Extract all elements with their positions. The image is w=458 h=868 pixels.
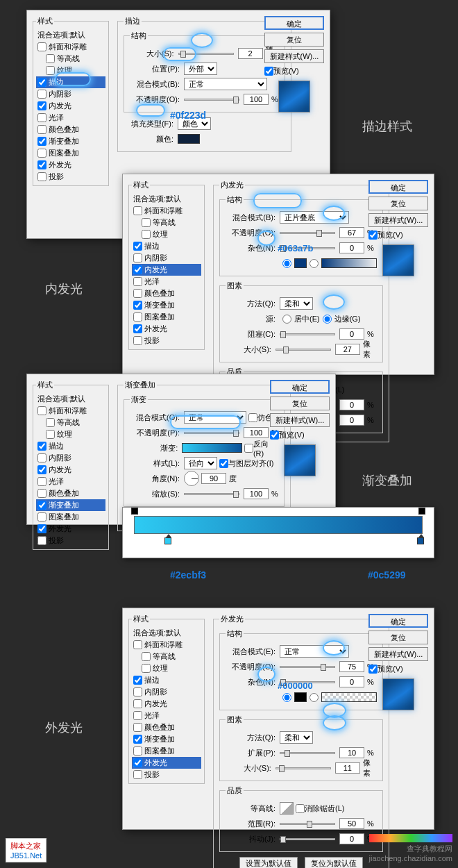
new-style-button[interactable]: 新建样式(W)...: [264, 49, 324, 63]
glow-color-swatch[interactable]: [294, 258, 307, 268]
technique-select[interactable]: 柔和: [280, 297, 313, 310]
contour-picker[interactable]: [280, 802, 294, 815]
position-select[interactable]: 外部: [184, 62, 217, 75]
style-satin[interactable]: 光泽: [36, 112, 105, 124]
opacity-input[interactable]: [339, 227, 364, 238]
opacity-input[interactable]: [339, 661, 364, 672]
opacity-slider[interactable]: [280, 666, 335, 668]
reset-button[interactable]: 复位: [264, 33, 324, 47]
blend-select[interactable]: 正片叠底: [280, 211, 349, 224]
source-edge-radio[interactable]: [323, 315, 332, 324]
checkbox-bevel[interactable]: [37, 42, 46, 51]
choke-slider[interactable]: [280, 333, 335, 335]
style-contour[interactable]: 等高线: [36, 53, 105, 65]
style-inner-glow[interactable]: 内发光: [132, 264, 201, 276]
spread-input[interactable]: [339, 747, 364, 758]
style-select[interactable]: 径向: [184, 457, 217, 469]
new-style-button[interactable]: 新建样式(W)...: [368, 647, 428, 661]
checkbox-inner-shadow[interactable]: [37, 90, 46, 99]
scale-input[interactable]: [244, 488, 269, 499]
size-input[interactable]: [238, 48, 263, 59]
reset-button[interactable]: 复位: [368, 631, 428, 644]
color-radio[interactable]: [282, 693, 291, 702]
ok-button[interactable]: 确定: [270, 380, 330, 394]
new-style-button[interactable]: 新建样式(W)...: [270, 413, 330, 427]
opacity-slider[interactable]: [184, 99, 239, 101]
reset-default-button[interactable]: 复位为默认值: [305, 857, 363, 868]
blend-select[interactable]: 正常: [184, 411, 246, 424]
jitter-input[interactable]: [339, 415, 364, 426]
reset-button[interactable]: 复位: [270, 397, 330, 410]
gradient-radio[interactable]: [309, 259, 319, 268]
style-grad-overlay[interactable]: 渐变叠加: [36, 135, 105, 147]
blending-default[interactable]: 混合选项:默认: [36, 29, 105, 41]
range-input[interactable]: [339, 818, 364, 829]
style-pattern-overlay[interactable]: 图案叠加: [36, 147, 105, 159]
dither-checkbox[interactable]: [248, 413, 257, 422]
opacity-slider[interactable]: [280, 232, 335, 234]
ok-button[interactable]: 确定: [368, 180, 428, 194]
checkbox-outer-glow[interactable]: [37, 160, 46, 169]
opacity-stop-right[interactable]: [418, 508, 425, 515]
preview-checkbox[interactable]: [264, 67, 273, 76]
range-input[interactable]: [339, 399, 364, 410]
new-style-button[interactable]: 新建样式(W)...: [368, 213, 428, 227]
style-bevel[interactable]: 斜面和浮雕: [36, 41, 105, 53]
reverse-checkbox[interactable]: [244, 444, 253, 453]
size-input[interactable]: [335, 762, 360, 774]
checkbox-drop-shadow[interactable]: [37, 172, 46, 181]
style-outer-glow[interactable]: 外发光: [36, 159, 105, 171]
checkbox-texture[interactable]: [46, 66, 55, 75]
style-drop-shadow[interactable]: 投影: [36, 171, 105, 183]
style-stroke[interactable]: 描边: [36, 76, 105, 88]
style-color-overlay[interactable]: 颜色叠加: [36, 124, 105, 135]
blend-select[interactable]: 正常: [184, 78, 267, 90]
checkbox-satin[interactable]: [37, 113, 46, 122]
noise-input[interactable]: [339, 676, 364, 687]
style-outer-glow[interactable]: 外发光: [132, 757, 201, 769]
opacity-slider[interactable]: [184, 432, 239, 434]
checkbox-grad-overlay[interactable]: [37, 137, 46, 146]
gradient-stop-left[interactable]: [164, 534, 173, 544]
ok-button[interactable]: 确定: [368, 614, 428, 628]
style-inner-shadow[interactable]: 内阴影: [36, 88, 105, 100]
gradient-stop-right[interactable]: [417, 534, 425, 544]
size-slider[interactable]: [275, 767, 331, 769]
size-slider[interactable]: [178, 53, 234, 55]
style-texture[interactable]: 纹理: [36, 65, 105, 76]
size-input[interactable]: [335, 344, 360, 355]
noise-input[interactable]: [339, 242, 364, 253]
jitter-slider[interactable]: [280, 838, 335, 840]
checkbox-pattern-overlay[interactable]: [37, 149, 46, 158]
checkbox-color-overlay[interactable]: [37, 125, 46, 134]
jitter-input[interactable]: [339, 833, 364, 844]
antialias-checkbox[interactable]: [296, 804, 305, 813]
size-slider[interactable]: [275, 349, 331, 351]
reset-button[interactable]: 复位: [368, 197, 428, 210]
color-swatch[interactable]: [178, 134, 200, 144]
gradient-radio[interactable]: [309, 693, 319, 702]
checkbox-inner-glow[interactable]: [37, 101, 46, 110]
make-default-button[interactable]: 设置为默认值: [239, 857, 298, 868]
preview-checkbox[interactable]: [270, 431, 279, 440]
style-inner-glow[interactable]: 内发光: [36, 100, 105, 112]
checkbox-stroke[interactable]: [37, 78, 46, 87]
spread-slider[interactable]: [280, 752, 335, 754]
opacity-input[interactable]: [244, 427, 269, 438]
choke-input[interactable]: [339, 328, 364, 340]
checkbox-contour[interactable]: [46, 54, 55, 63]
angle-wheel[interactable]: [184, 471, 199, 486]
ok-button[interactable]: 确定: [264, 16, 324, 30]
scale-slider[interactable]: [184, 493, 239, 495]
color-radio[interactable]: [282, 259, 291, 268]
align-checkbox[interactable]: [219, 459, 228, 468]
blend-select[interactable]: 正常: [280, 645, 349, 658]
glow-color-swatch[interactable]: [294, 692, 307, 702]
range-slider[interactable]: [280, 823, 335, 825]
preview-checkbox[interactable]: [368, 231, 378, 240]
gradient-swatch[interactable]: [182, 443, 242, 453]
source-center-radio[interactable]: [282, 315, 291, 324]
preview-checkbox[interactable]: [368, 665, 378, 674]
gradient-bar[interactable]: [134, 516, 423, 534]
angle-input[interactable]: [201, 473, 226, 484]
